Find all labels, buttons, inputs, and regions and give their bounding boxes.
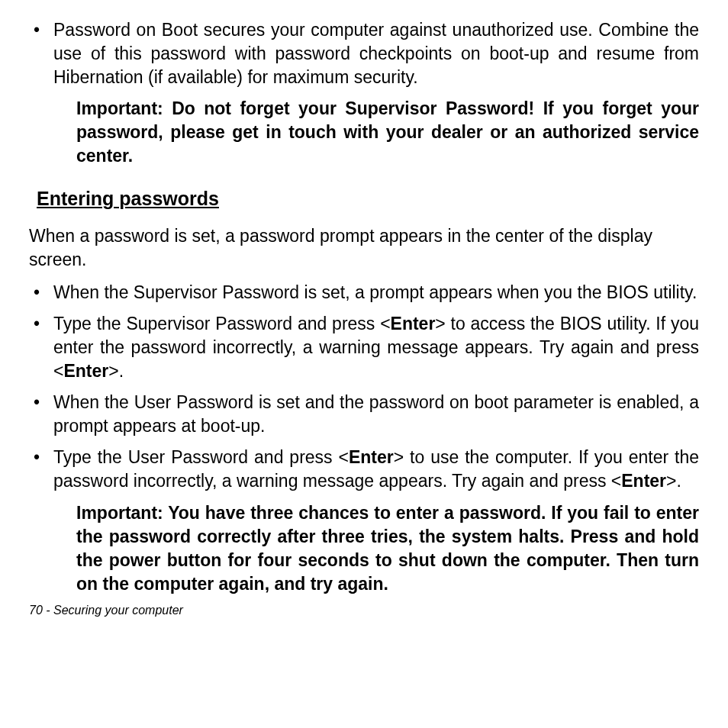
key-enter: Enter	[621, 471, 666, 491]
text-part: Type the Supervisor Password and press <	[53, 314, 391, 333]
note-supervisor-password: Important: Do not forget your Supervisor…	[29, 97, 699, 168]
bullet-type-supervisor: Type the Supervisor Password and press <…	[29, 312, 699, 383]
page-footer: 70 - Securing your computer	[29, 602, 699, 619]
bullet-text: When the Supervisor Password is set, a p…	[53, 282, 697, 302]
intro-paragraph: When a password is set, a password promp…	[29, 224, 699, 272]
note-three-chances: Important: You have three chances to ent…	[29, 501, 699, 596]
bullet-user-set: When the User Password is set and the pa…	[29, 391, 699, 438]
bullet-text: Password on Boot secures your computer a…	[53, 20, 699, 87]
key-enter: Enter	[391, 314, 436, 333]
bullet-text: When the User Password is set and the pa…	[53, 392, 699, 436]
bullet-password-on-boot: Password on Boot secures your computer a…	[29, 18, 699, 89]
key-enter: Enter	[349, 447, 394, 467]
text-part: >.	[108, 361, 124, 381]
bullet-type-user: Type the User Password and press <Enter>…	[29, 446, 699, 493]
text-part: >.	[666, 471, 681, 491]
bullet-supervisor-set: When the Supervisor Password is set, a p…	[29, 281, 699, 304]
section-heading: Entering passwords	[37, 186, 699, 212]
key-enter: Enter	[63, 361, 108, 381]
text-part: Type the User Password and press <	[53, 447, 349, 467]
